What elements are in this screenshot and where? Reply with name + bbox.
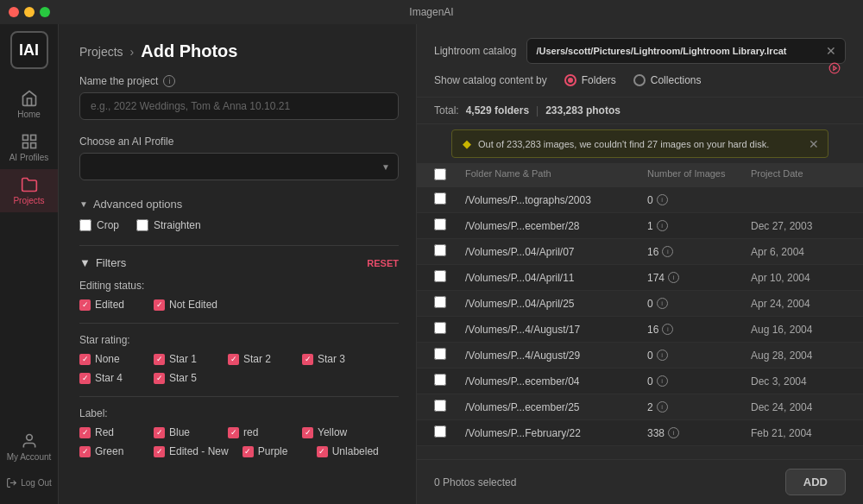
not-edited-checkbox-item[interactable]: Not Edited — [154, 299, 217, 311]
svg-rect-3 — [22, 143, 28, 148]
star2-item[interactable]: Star 2 — [228, 353, 288, 365]
catalog-close-icon[interactable]: ✕ — [826, 44, 836, 58]
star4-checked — [79, 373, 91, 384]
none-star-item[interactable]: None — [79, 353, 140, 365]
edited-new-label-item[interactable]: Edited - New — [154, 445, 229, 457]
filters-toggle[interactable]: ▼ Filters — [79, 256, 126, 269]
row-checkbox[interactable] — [434, 400, 446, 412]
row-folder-name: /Volumes/P...February/22 — [465, 427, 647, 439]
table-row[interactable]: /Volumes/P...tographs/2003 0 i — [417, 187, 863, 213]
table-row[interactable]: /Volumes/P...4/August/29 0 i Aug 28, 200… — [417, 343, 863, 369]
sidebar-logout[interactable]: Log Out — [1, 472, 57, 494]
straighten-checkbox-item[interactable]: Straighten — [136, 219, 201, 231]
row-checkbox[interactable] — [434, 425, 446, 438]
ai-profile-select-wrapper: ▼ — [79, 153, 399, 180]
row-checkbox[interactable] — [434, 270, 446, 282]
warning-close-icon[interactable]: ✕ — [809, 137, 819, 151]
crop-checkbox[interactable] — [79, 219, 91, 231]
row-checkbox-col — [434, 374, 465, 388]
row-checkbox[interactable] — [434, 244, 446, 256]
red2-label-item[interactable]: red — [228, 426, 288, 438]
row-checkbox-col — [434, 244, 465, 259]
star5-item[interactable]: Star 5 — [154, 372, 214, 384]
row-info-icon: i — [662, 246, 673, 257]
ai-profile-select[interactable] — [79, 153, 399, 180]
select-all-checkbox[interactable] — [434, 168, 446, 180]
table-row[interactable]: /Volumes/P...ecember/25 2 i Dec 24, 2004 — [417, 394, 863, 420]
straighten-checkbox[interactable] — [136, 219, 148, 231]
green-label-item[interactable]: Green — [79, 445, 140, 457]
totals-row: Total: 4,529 folders | 233,283 photos — [417, 98, 863, 124]
reset-button[interactable]: RESET — [367, 258, 399, 268]
svg-rect-2 — [30, 143, 35, 148]
breadcrumb-projects[interactable]: Projects — [79, 45, 123, 59]
edited-checkbox-item[interactable]: Edited — [79, 299, 140, 311]
warning-text: Out of 233,283 images, we couldn't find … — [478, 139, 769, 149]
table-footer: 0 Photos selected ADD — [417, 459, 863, 504]
account-icon — [21, 432, 38, 450]
star1-item[interactable]: Star 1 — [154, 353, 214, 365]
not-edited-label: Not Edited — [169, 299, 217, 311]
divider-3 — [79, 396, 399, 397]
folders-radio[interactable]: Folders — [564, 74, 616, 86]
collections-radio[interactable]: Collections — [633, 74, 702, 86]
blue-label-item[interactable]: Blue — [154, 426, 214, 438]
selected-count: 0 Photos selected — [434, 476, 516, 488]
table-row[interactable]: /Volumes/P...ecember/28 1 i Dec 27, 2003 — [417, 213, 863, 239]
red-label-checked — [79, 427, 91, 438]
sidebar-logo[interactable]: IAI — [10, 31, 48, 69]
unlabeled-item[interactable]: Unlabeled — [317, 445, 379, 457]
advanced-options-toggle[interactable]: ▼ Advanced options — [79, 198, 399, 211]
red-label-item[interactable]: Red — [79, 426, 140, 438]
divider-1 — [79, 245, 399, 246]
sidebar-item-projects[interactable]: Projects — [0, 169, 58, 212]
row-num-images: 338 i — [647, 427, 751, 439]
logout-label: Log Out — [21, 478, 52, 488]
none-star-checked — [79, 354, 91, 365]
unlabeled-checked — [317, 446, 328, 457]
sidebar-item-account[interactable]: My Account — [0, 425, 58, 469]
table-row[interactable]: /Volumes/P...04/April/25 0 i Apr 24, 200… — [417, 291, 863, 317]
table-row[interactable]: /Volumes/P...February/22 338 i Feb 21, 2… — [417, 420, 863, 446]
purple-label-item[interactable]: Purple — [243, 445, 303, 457]
table-row[interactable]: /Volumes/P...04/April/07 16 i Apr 6, 200… — [417, 239, 863, 265]
table-row[interactable]: /Volumes/P...04/April/11 174 i Apr 10, 2… — [417, 265, 863, 291]
row-checkbox[interactable] — [434, 296, 446, 308]
table-row[interactable]: /Volumes/P...ecember/04 0 i Dec 3, 2004 — [417, 369, 863, 394]
not-edited-checkbox-checked — [154, 299, 165, 311]
advanced-options-label: Advanced options — [93, 198, 182, 211]
crop-checkbox-item[interactable]: Crop — [79, 219, 119, 231]
maximize-button[interactable] — [40, 7, 50, 17]
sidebar-item-projects-label: Projects — [13, 196, 44, 205]
minimize-button[interactable] — [24, 7, 35, 17]
row-checkbox[interactable] — [434, 218, 446, 230]
star5-checked — [154, 373, 165, 384]
row-checkbox[interactable] — [434, 322, 446, 334]
watch-tutorial-button[interactable] — [828, 62, 846, 74]
row-checkbox[interactable] — [434, 192, 446, 205]
green-label-checked — [79, 446, 91, 457]
star3-item[interactable]: Star 3 — [302, 353, 362, 365]
sidebar-item-ai-profiles[interactable]: AI Profiles — [0, 126, 58, 169]
svg-marker-7 — [834, 66, 837, 71]
red-label: Red — [95, 426, 114, 438]
sidebar-bottom: My Account Log Out — [0, 425, 58, 504]
star4-item[interactable]: Star 4 — [79, 372, 140, 384]
row-folder-name: /Volumes/P...ecember/25 — [465, 401, 647, 413]
add-button[interactable]: ADD — [785, 469, 846, 495]
table-row[interactable]: /Volumes/P...4/August/17 16 i Aug 16, 20… — [417, 317, 863, 343]
row-checkbox[interactable] — [434, 374, 446, 386]
row-num-images: 16 i — [647, 324, 751, 336]
row-info-icon: i — [657, 375, 668, 387]
yellow-label-item[interactable]: Yellow — [302, 426, 362, 438]
content-by-row: Show catalog content by Folders Collecti… — [434, 74, 846, 86]
window-controls — [9, 7, 50, 17]
sidebar-item-home[interactable]: Home — [0, 83, 58, 126]
right-panel: Lightroom catalog /Users/scott/Pictures/… — [417, 24, 863, 504]
close-button[interactable] — [9, 7, 19, 17]
collections-radio-label: Collections — [651, 74, 702, 86]
sidebar: IAI Home AI Profiles Projects — [0, 24, 59, 504]
project-name-input[interactable] — [79, 92, 399, 120]
row-checkbox[interactable] — [434, 348, 446, 360]
row-folder-name: /Volumes/P...ecember/28 — [465, 220, 647, 232]
